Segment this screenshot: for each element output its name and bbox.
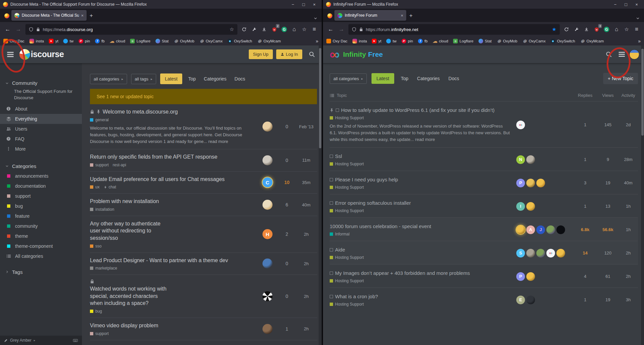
- new-tab-button[interactable]: +: [406, 11, 416, 21]
- topic-activity[interactable]: 1h: [619, 204, 638, 209]
- bookmark-item[interactable]: tw: [386, 39, 397, 43]
- url-bar[interactable]: https://forum.infinityfree.net ★: [348, 24, 560, 35]
- user-avatar[interactable]: S: [516, 249, 525, 257]
- home-icon[interactable]: ⌂: [612, 25, 621, 34]
- topic-title[interactable]: Please I need you guys help: [330, 176, 512, 183]
- sidebar-item-everything[interactable]: Everything: [0, 114, 82, 124]
- topic-row[interactable]: Ssl Hosting Support N 1 9 28m: [330, 147, 638, 171]
- topic-tag[interactable]: marketplace: [90, 266, 117, 271]
- url-text[interactable]: https://forum.infinityfree.net: [366, 27, 549, 32]
- bookmark-item[interactable]: tw: [63, 39, 74, 43]
- sidebar-category-documentation[interactable]: documentation: [0, 181, 82, 191]
- reload-icon[interactable]: [239, 25, 249, 34]
- topic-title[interactable]: Welcome to meta.discourse.org: [90, 108, 253, 116]
- topic-tag[interactable]: general: [90, 118, 109, 122]
- bookmark-item[interactable]: OxyMcam: [580, 39, 604, 43]
- tab-latest[interactable]: Latest: [371, 73, 394, 84]
- topic-tag[interactable]: support: [90, 331, 109, 336]
- user-avatar[interactable]: E: [516, 296, 525, 304]
- bookmarks-overflow-icon[interactable]: »: [638, 38, 641, 44]
- topic-row[interactable]: Please I need you guys help Hosting Supp…: [330, 171, 638, 194]
- sidebar-category-bug[interactable]: bug: [0, 201, 82, 211]
- bookmark-item[interactable]: Logflare: [130, 39, 150, 43]
- user-avatar[interactable]: A: [526, 225, 535, 234]
- topic-tag[interactable]: Hosting Support: [330, 208, 512, 213]
- app-menu-icon[interactable]: ≡: [632, 25, 641, 34]
- bookmark-item[interactable]: yt: [372, 39, 381, 43]
- topic-tag[interactable]: Informal: [330, 232, 512, 236]
- tab-top[interactable]: Top: [399, 76, 411, 81]
- maximize-button[interactable]: □: [298, 0, 309, 8]
- shield-icon[interactable]: [352, 27, 356, 32]
- tab-categories[interactable]: Categories: [415, 76, 442, 81]
- tag-filter-dropdown[interactable]: all tags▸: [131, 74, 156, 84]
- topic-row[interactable]: 10000 forum users celebration - special …: [330, 217, 638, 241]
- topic-title[interactable]: Lead Product Designer - Want to partner …: [90, 257, 253, 264]
- column-replies[interactable]: Replies: [573, 93, 597, 98]
- app-menu-icon[interactable]: ≡: [310, 25, 319, 34]
- bookmark-item[interactable]: yt: [49, 39, 58, 43]
- lock-icon[interactable]: [359, 27, 363, 31]
- bookmark-item[interactable]: Stat: [478, 39, 492, 43]
- user-avatar[interactable]: [556, 249, 565, 257]
- user-avatar[interactable]: [526, 272, 535, 281]
- sidebar-section-tags[interactable]: Tags: [0, 267, 82, 277]
- column-views[interactable]: Views: [597, 93, 619, 98]
- topic-row[interactable]: How to safely update to WordPress 6.1 (a…: [330, 101, 638, 147]
- topic-title[interactable]: Vimeo video display problem: [90, 322, 253, 329]
- bookmark-item[interactable]: Oxy Dac: [326, 39, 347, 43]
- user-avatar[interactable]: [262, 122, 273, 132]
- bookmark-item[interactable]: OxyMob: [497, 39, 517, 43]
- topic-activity[interactable]: 2h: [296, 322, 317, 336]
- sidebar-item-faq[interactable]: ?FAQ: [0, 134, 82, 144]
- url-text[interactable]: https://meta.discourse.org: [43, 27, 227, 32]
- close-button[interactable]: ×: [631, 0, 642, 8]
- bookmark-item[interactable]: cloud: [110, 39, 125, 43]
- minimize-button[interactable]: −: [610, 0, 621, 8]
- user-avatar[interactable]: [536, 249, 545, 257]
- topic-activity[interactable]: 2h: [296, 220, 317, 248]
- user-avatar[interactable]: C: [262, 177, 273, 187]
- search-icon[interactable]: [603, 49, 614, 60]
- maximize-button[interactable]: □: [621, 0, 631, 8]
- category-filter-dropdown[interactable]: all categories▸: [330, 73, 367, 84]
- sidebar-section-categories[interactable]: Categories: [0, 161, 82, 171]
- sidebar-item-users[interactable]: Users: [0, 124, 82, 134]
- topic-activity[interactable]: 3h: [619, 297, 638, 302]
- user-avatar[interactable]: P: [516, 179, 525, 187]
- topic-title[interactable]: What is a cron job?: [330, 293, 512, 300]
- minimize-button[interactable]: −: [288, 0, 298, 8]
- topic-activity[interactable]: 40m: [296, 198, 317, 212]
- browser-tab[interactable]: InfinityFree Forum ×: [334, 10, 406, 21]
- topic-tag[interactable]: bug: [90, 309, 102, 314]
- user-avatar[interactable]: J: [536, 225, 545, 234]
- topic-activity[interactable]: 11m: [296, 153, 317, 167]
- topic-title[interactable]: 10000 forum users celebration - special …: [330, 223, 512, 230]
- topic-tag[interactable]: rest-api: [113, 163, 126, 167]
- topic-row[interactable]: Return only specific fields from the API…: [90, 149, 317, 172]
- sidebar-category-support[interactable]: support: [0, 191, 82, 201]
- tab-top[interactable]: Top: [186, 76, 198, 81]
- user-avatar[interactable]: [526, 249, 535, 257]
- topic-row[interactable]: Welcome to meta.discourse.org general We…: [90, 104, 317, 149]
- tab-close-icon[interactable]: ×: [401, 13, 403, 18]
- topic-tag[interactable]: sso: [90, 244, 102, 248]
- bookmarks-menu-icon[interactable]: ☆: [622, 25, 631, 34]
- topic-activity[interactable]: Feb '13: [296, 108, 317, 145]
- grammarly-icon[interactable]: G: [602, 25, 611, 34]
- topic-tag[interactable]: chat: [104, 185, 116, 189]
- close-button[interactable]: ×: [309, 0, 320, 8]
- infinityfree-logo[interactable]: ∞ Infinity Free: [330, 47, 383, 61]
- bookmark-item[interactable]: insta: [29, 39, 44, 43]
- tab-close-icon[interactable]: ×: [81, 13, 84, 18]
- titlebar[interactable]: InfinityFree Forum — Mozilla Firefox − □…: [323, 0, 644, 9]
- user-avatar[interactable]: [262, 200, 273, 210]
- topic-title[interactable]: Update Email preference for all users fo…: [90, 176, 253, 183]
- search-icon[interactable]: [306, 49, 317, 60]
- topic-row[interactable]: Watched words not working with special, …: [90, 275, 317, 318]
- new-tab-button[interactable]: +: [87, 11, 96, 21]
- topic-activity[interactable]: 2h: [619, 274, 638, 279]
- topic-row[interactable]: My Images don’t appear + 403 forbidden a…: [330, 264, 638, 288]
- hamburger-menu-icon[interactable]: [616, 49, 627, 60]
- bookmark-item[interactable]: OxyCamx: [522, 39, 545, 43]
